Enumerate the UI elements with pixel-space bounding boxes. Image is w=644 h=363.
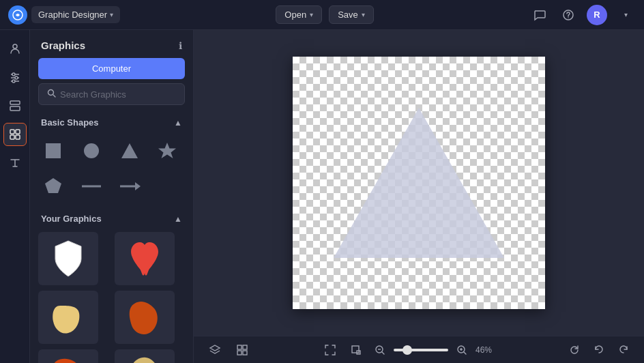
search-icon (47, 89, 56, 100)
app-title-button[interactable]: Graphic Designer ▾ (31, 6, 120, 23)
basic-shapes-section-header[interactable]: Basic Shapes ▲ (30, 112, 193, 132)
graphic-item-3[interactable] (38, 291, 98, 344)
chat-icon-button[interactable] (529, 5, 550, 25)
refresh-icon-button[interactable] (565, 340, 584, 360)
arrow-shape[interactable] (115, 171, 145, 201)
sliders-icon (9, 71, 21, 83)
svg-rect-13 (16, 130, 20, 134)
bottom-center: 46% (320, 340, 497, 360)
svg-point-19 (84, 143, 99, 158)
graphic-item-5[interactable] (38, 349, 98, 363)
graphics-panel: Graphics ℹ Computer Search Graphics Basi… (30, 30, 194, 363)
basic-shapes-grid (30, 132, 193, 208)
redo-icon (618, 345, 629, 355)
svg-marker-21 (158, 143, 176, 158)
topbar-chevron-icon: ▾ (624, 11, 628, 18)
svg-point-16 (48, 90, 54, 96)
layout-icon-button[interactable] (3, 94, 27, 117)
triangle-shape[interactable] (115, 136, 145, 166)
fit-screen-button[interactable] (320, 340, 340, 360)
svg-point-7 (15, 76, 18, 79)
transform-icon-button[interactable] (346, 340, 366, 360)
panel-header: Graphics ℹ (30, 30, 193, 58)
search-box[interactable]: Search Graphics (38, 83, 185, 105)
undo-icon (594, 345, 604, 355)
avatar-initials: R (594, 10, 600, 20)
computer-tab[interactable]: Computer (38, 58, 185, 79)
redo-button[interactable] (614, 340, 633, 360)
main-area: Graphics ℹ Computer Search Graphics Basi… (0, 30, 644, 363)
graphic-item-4[interactable] (115, 291, 175, 344)
shapes-icon (9, 128, 21, 141)
graphic-item-1[interactable] (38, 232, 98, 285)
zoom-out-icon (375, 345, 385, 355)
zoom-in-button[interactable] (454, 342, 470, 358)
save-button[interactable]: Save ▾ (329, 5, 374, 24)
open-chevron: ▾ (310, 11, 313, 18)
open-button[interactable]: Open ▾ (276, 5, 322, 24)
svg-rect-11 (10, 106, 20, 111)
open-label: Open (284, 10, 306, 20)
svg-point-5 (12, 73, 15, 76)
svg-rect-27 (237, 345, 241, 349)
top-bar: Graphic Designer ▾ Open ▾ Save ▾ R (0, 0, 644, 30)
svg-rect-18 (46, 143, 61, 158)
canvas-triangle (327, 101, 511, 265)
star-shape[interactable] (152, 136, 182, 166)
text-icon-button[interactable] (3, 151, 27, 175)
chat-icon (533, 9, 546, 21)
graphic-item-6[interactable] (115, 349, 175, 363)
avatar-button[interactable]: R (587, 5, 607, 25)
graphic-item-2[interactable] (115, 232, 175, 285)
svg-rect-14 (10, 135, 14, 139)
topbar-center: Open ▾ Save ▾ (120, 5, 529, 24)
svg-line-35 (382, 352, 384, 354)
grid-icon (236, 344, 248, 356)
svg-marker-26 (334, 108, 504, 258)
icon-bar (0, 30, 30, 363)
zoom-slider[interactable] (394, 349, 448, 351)
zoom-out-button[interactable] (372, 342, 388, 358)
help-icon-button[interactable] (558, 5, 579, 25)
shapes-icon-button[interactable] (3, 123, 27, 146)
canvas-viewport[interactable] (194, 30, 644, 336)
svg-rect-15 (16, 135, 20, 139)
grid-icon-button[interactable] (232, 340, 252, 360)
bottom-right (565, 340, 633, 360)
svg-point-3 (13, 44, 17, 48)
topbar-left: Graphic Designer ▾ (8, 5, 120, 25)
bottom-left (205, 340, 252, 360)
user-icon (9, 42, 21, 55)
your-graphics-collapse-icon: ▲ (174, 214, 182, 224)
circle-shape[interactable] (76, 136, 106, 166)
layers-icon (209, 344, 221, 356)
basic-shapes-title: Basic Shapes (41, 117, 99, 128)
layout-icon (9, 100, 21, 112)
user-icon-button[interactable] (3, 37, 27, 60)
pentagon-shape[interactable] (38, 171, 68, 201)
svg-point-9 (12, 80, 15, 83)
your-graphics-section-header[interactable]: Your Graphics ▲ (30, 208, 193, 228)
topbar-menu-button[interactable]: ▾ (615, 5, 636, 25)
app-title-label: Graphic Designer (38, 10, 107, 20)
zoom-percent: 46% (475, 345, 497, 355)
info-icon[interactable]: ℹ (179, 40, 182, 51)
search-placeholder: Search Graphics (60, 89, 126, 100)
save-chevron: ▾ (362, 11, 365, 18)
svg-rect-31 (352, 346, 359, 353)
svg-line-17 (53, 95, 55, 97)
bottom-bar: 46% (194, 336, 644, 363)
sliders-icon-button[interactable] (3, 66, 27, 89)
your-graphics-grid (30, 228, 193, 363)
undo-button[interactable] (589, 340, 609, 360)
canvas-surface (293, 57, 545, 309)
svg-rect-30 (243, 351, 247, 355)
basic-shapes-collapse-icon: ▲ (174, 118, 182, 128)
layers-icon-button[interactable] (205, 340, 225, 360)
app-title-chevron: ▾ (110, 11, 113, 18)
transform-icon (350, 344, 362, 356)
app-logo (8, 5, 27, 25)
square-shape[interactable] (38, 136, 68, 166)
topbar-right: R ▾ (529, 5, 636, 25)
line-shape[interactable] (76, 171, 106, 201)
